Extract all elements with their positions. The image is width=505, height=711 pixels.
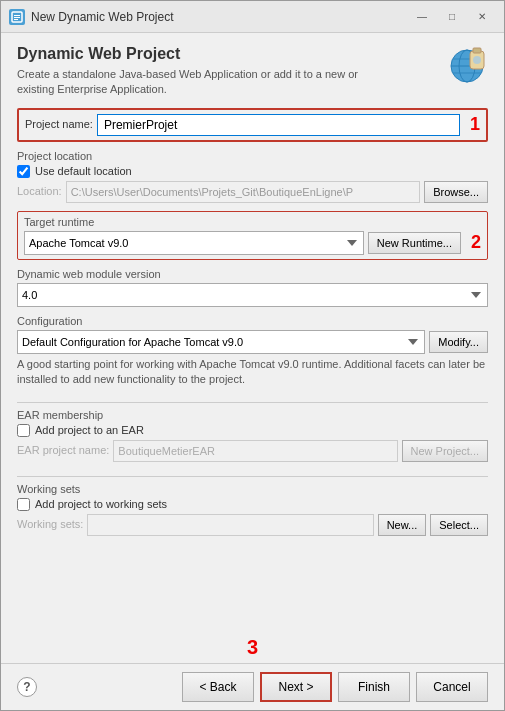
working-sets-label: Working sets:	[17, 518, 83, 530]
ear-project-input	[113, 440, 397, 462]
configuration-row: Default Configuration for Apache Tomcat …	[17, 330, 488, 354]
location-row: Location: Browse...	[17, 181, 488, 203]
module-version-title: Dynamic web module version	[17, 268, 488, 280]
back-button[interactable]: < Back	[182, 672, 254, 702]
help-button[interactable]: ?	[17, 677, 37, 697]
svg-rect-3	[14, 19, 18, 20]
annotation-1: 1	[470, 114, 480, 135]
svg-rect-10	[473, 48, 481, 53]
configuration-section: Configuration Default Configuration for …	[17, 315, 488, 388]
divider-2	[17, 476, 488, 477]
page-title: Dynamic Web Project	[17, 45, 397, 63]
new-working-sets-button[interactable]: New...	[378, 514, 427, 536]
configuration-title: Configuration	[17, 315, 488, 327]
location-input[interactable]	[66, 181, 420, 203]
new-project-button[interactable]: New Project...	[402, 440, 488, 462]
cancel-button[interactable]: Cancel	[416, 672, 488, 702]
project-location-title: Project location	[17, 150, 488, 162]
finish-button[interactable]: Finish	[338, 672, 410, 702]
select-working-sets-button[interactable]: Select...	[430, 514, 488, 536]
configuration-dropdown[interactable]: Default Configuration for Apache Tomcat …	[17, 330, 425, 354]
working-sets-section: Working sets Add project to working sets…	[17, 483, 488, 536]
target-runtime-title: Target runtime	[24, 216, 481, 228]
project-name-input[interactable]	[97, 114, 460, 136]
footer-right: < Back Next > Finish Cancel	[182, 672, 488, 702]
configuration-info: A good starting point for working with A…	[17, 357, 488, 388]
footer-left: ?	[17, 677, 37, 697]
maximize-button[interactable]: □	[438, 7, 466, 27]
page-icon	[446, 45, 488, 87]
ear-project-row: EAR project name: New Project...	[17, 440, 488, 462]
add-working-sets-label: Add project to working sets	[35, 498, 167, 510]
project-location-section: Project location Use default location Lo…	[17, 150, 488, 203]
dialog-window: New Dynamic Web Project — □ ✕ Dynamic We…	[0, 0, 505, 711]
project-name-label: Project name:	[25, 118, 93, 130]
add-ear-row: Add project to an EAR	[17, 424, 488, 437]
add-ear-checkbox[interactable]	[17, 424, 30, 437]
minimize-button[interactable]: —	[408, 7, 436, 27]
add-working-sets-row: Add project to working sets	[17, 498, 488, 511]
use-default-location-row: Use default location	[17, 165, 488, 178]
location-label: Location:	[17, 185, 62, 197]
svg-rect-1	[14, 15, 20, 16]
ear-membership-title: EAR membership	[17, 409, 488, 421]
next-button[interactable]: Next >	[260, 672, 332, 702]
new-runtime-button[interactable]: New Runtime...	[368, 232, 461, 254]
add-ear-label: Add project to an EAR	[35, 424, 144, 436]
target-runtime-section: Target runtime Apache Tomcat v9.0 New Ru…	[17, 211, 488, 260]
add-working-sets-checkbox[interactable]	[17, 498, 30, 511]
title-bar: New Dynamic Web Project — □ ✕	[1, 1, 504, 33]
target-runtime-dropdown[interactable]: Apache Tomcat v9.0	[24, 231, 364, 255]
browse-button[interactable]: Browse...	[424, 181, 488, 203]
use-default-checkbox[interactable]	[17, 165, 30, 178]
module-version-dropdown[interactable]: 4.0	[17, 283, 488, 307]
page-header: Dynamic Web Project Create a standalone …	[17, 45, 488, 98]
ear-project-label: EAR project name:	[17, 444, 109, 456]
svg-rect-2	[14, 17, 20, 18]
use-default-label: Use default location	[35, 165, 132, 177]
project-name-section: Project name: 1	[17, 108, 488, 142]
page-description: Create a standalone Java-based Web Appli…	[17, 67, 397, 98]
module-version-section: Dynamic web module version 4.0	[17, 268, 488, 307]
dialog-footer: ? < Back Next > Finish Cancel	[1, 663, 504, 710]
close-button[interactable]: ✕	[468, 7, 496, 27]
title-bar-left: New Dynamic Web Project	[9, 9, 174, 25]
svg-point-11	[473, 56, 481, 64]
modify-button[interactable]: Modify...	[429, 331, 488, 353]
annotation-2: 2	[471, 232, 481, 253]
window-title: New Dynamic Web Project	[31, 10, 174, 24]
window-icon	[9, 9, 25, 25]
divider-1	[17, 402, 488, 403]
annotation-3: 3	[1, 636, 504, 659]
target-runtime-row: Apache Tomcat v9.0 New Runtime... 2	[24, 231, 481, 255]
title-bar-controls: — □ ✕	[408, 7, 496, 27]
working-sets-input	[87, 514, 373, 536]
main-content: Dynamic Web Project Create a standalone …	[1, 33, 504, 636]
ear-membership-section: EAR membership Add project to an EAR EAR…	[17, 409, 488, 462]
working-sets-title: Working sets	[17, 483, 488, 495]
working-sets-row: Working sets: New... Select...	[17, 514, 488, 536]
page-header-text: Dynamic Web Project Create a standalone …	[17, 45, 397, 98]
